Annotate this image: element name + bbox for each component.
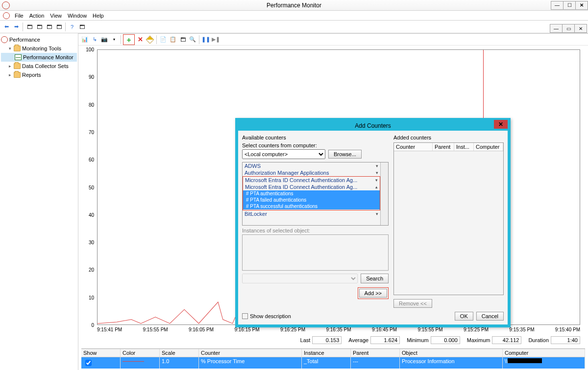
folder-icon [14, 63, 21, 69]
computer-select[interactable]: <Local computer> [242, 149, 325, 159]
tree-data-collector-sets[interactable]: ▸ Data Collector Sets [1, 62, 77, 70]
x-tick: 9:15:41 PM [97, 327, 122, 334]
tree-monitoring-tools[interactable]: ▾ Monitoring Tools [1, 44, 77, 53]
highlight-icon[interactable] [146, 35, 154, 44]
toolbar-icon-4[interactable]: 🗔 [54, 23, 63, 31]
col-scale[interactable]: Scale [160, 349, 199, 357]
added-col-counter[interactable]: Counter [394, 143, 433, 151]
toolbar-icon-5[interactable]: 🗔 [77, 23, 86, 31]
chevron-down-icon: ▾ [376, 170, 378, 175]
menu-view[interactable]: View [47, 12, 65, 20]
cat-entra-2[interactable]: Microsoft Entra ID Connect Authenticatio… [243, 184, 380, 190]
search-button[interactable]: Search [361, 274, 389, 283]
view-type-icon[interactable]: 📊 [80, 35, 89, 44]
forward-icon[interactable]: ➡ [12, 23, 21, 31]
menu-window[interactable]: Window [65, 12, 90, 20]
close-button[interactable]: ✕ [575, 1, 588, 10]
dropdown-icon[interactable]: ▾ [110, 35, 119, 44]
tree-performance-monitor[interactable]: Performance Monitor [1, 53, 77, 62]
nav-tree: Performance ▾ Monitoring Tools Performan… [0, 33, 78, 370]
counter-pta-success[interactable]: # PTA successful authentications [243, 203, 380, 209]
toolbar-icon-2[interactable]: 🗔 [35, 23, 44, 31]
legend-table: Show Color Scale Counter Instance Parent… [81, 348, 585, 368]
pause-icon[interactable]: ❚❚ [201, 35, 210, 44]
performance-icon [1, 36, 8, 43]
minimize-button[interactable]: — [551, 1, 564, 10]
menu-file[interactable]: File [12, 12, 26, 20]
add-button[interactable]: Add >> [359, 289, 387, 298]
titlebar: Performance Monitor — ☐ ✕ [0, 0, 588, 11]
counter-pta-auth[interactable]: # PTA authentications [243, 190, 380, 197]
added-counters-table[interactable]: Counter Parent Inst... Computer [393, 142, 504, 295]
tree-perfmon-label: Performance Monitor [23, 53, 74, 61]
select-from-label: Select counters from computer: [242, 142, 389, 148]
help-icon[interactable]: ? [68, 23, 76, 31]
cancel-button[interactable]: Cancel [476, 312, 504, 321]
expand-icon[interactable]: ▸ [8, 71, 12, 79]
y-tick: 60 [81, 157, 94, 162]
scrollbar[interactable] [380, 162, 388, 225]
pane-close-button[interactable]: ✕ [574, 24, 587, 33]
ok-button[interactable]: OK [455, 312, 473, 321]
counter-pta-failed[interactable]: # PTA failed authentications [243, 197, 380, 203]
pane-minimize-button[interactable]: — [550, 24, 563, 33]
add-counter-icon[interactable]: ＋ [124, 35, 133, 44]
show-checkbox[interactable] [85, 360, 92, 366]
instances-list[interactable] [242, 234, 389, 271]
zoom-icon[interactable]: 🔍 [188, 35, 197, 44]
toolbar-icon-3[interactable]: 🗔 [45, 23, 53, 31]
cat-adws[interactable]: ADWS▾ [243, 162, 380, 169]
maximize-button[interactable]: ☐ [563, 1, 576, 10]
dialog-titlebar[interactable]: Add Counters ✕ [238, 121, 508, 131]
last-label: Last [300, 337, 311, 343]
col-parent[interactable]: Parent [351, 349, 400, 357]
tree-reports[interactable]: ▸ Reports [1, 70, 77, 79]
col-counter[interactable]: Counter [199, 349, 302, 357]
add-counter-highlight: ＋ [123, 34, 135, 45]
added-col-computer[interactable]: Computer [474, 143, 503, 151]
col-show[interactable]: Show [81, 349, 121, 357]
copy-icon[interactable]: 📄 [159, 35, 168, 44]
expand-icon[interactable]: ▾ [8, 45, 12, 52]
col-computer[interactable]: Computer [503, 349, 585, 357]
x-tick: 9:15:40 PM [555, 327, 580, 334]
y-tick: 100 [81, 47, 94, 52]
cell-parent: --- [351, 357, 400, 369]
cat-entra-1[interactable]: Microsoft Entra ID Connect Authenticatio… [243, 177, 380, 184]
props-icon[interactable]: 🗔 [178, 35, 187, 44]
browse-button[interactable]: Browse... [328, 150, 362, 159]
legend-row[interactable]: 1.0 % Processor Time _Total --- Processo… [81, 357, 585, 369]
delete-counter-icon[interactable]: ✕ [136, 35, 145, 44]
paste-icon[interactable]: 📋 [169, 35, 177, 44]
y-axis: 100 90 80 70 60 50 40 30 20 10 0 [81, 49, 95, 325]
menu-action[interactable]: Action [26, 12, 48, 20]
added-col-parent[interactable]: Parent [433, 143, 454, 151]
pane-restore-button[interactable]: ▭ [562, 24, 575, 33]
instance-search-input[interactable] [242, 274, 358, 283]
menu-help[interactable]: Help [90, 12, 107, 20]
show-description-checkbox[interactable] [242, 313, 248, 319]
expand-icon[interactable]: ▸ [8, 62, 12, 70]
cat-bitlocker[interactable]: BitLocker▾ [243, 210, 380, 217]
camera-icon[interactable]: 📷 [100, 35, 109, 44]
back-icon[interactable]: ⬅ [2, 23, 11, 31]
folder-icon [14, 46, 21, 51]
cat-auth-manager[interactable]: Authorization Manager Applications▾ [243, 169, 380, 176]
tree-root[interactable]: Performance [1, 35, 77, 44]
col-instance[interactable]: Instance [302, 349, 351, 357]
y-tick: 20 [81, 267, 94, 273]
x-tick: 9:16:45 PM [372, 327, 397, 334]
dialog-close-button[interactable]: ✕ [494, 120, 508, 129]
added-col-inst[interactable]: Inst... [454, 143, 474, 151]
counter-list[interactable]: ADWS▾ Authorization Manager Applications… [242, 162, 389, 226]
arrow-icon[interactable]: ↳ [90, 35, 99, 44]
remove-button[interactable]: Remove << [393, 299, 432, 308]
add-button-highlight: Add >> [358, 287, 389, 299]
step-icon[interactable]: ▶❚ [211, 35, 220, 44]
toolbar-icon-1[interactable]: 🗔 [25, 23, 34, 31]
col-color[interactable]: Color [121, 349, 160, 357]
y-tick: 0 [81, 323, 94, 328]
col-object[interactable]: Object [400, 349, 503, 357]
min-label: Minimum [407, 337, 429, 343]
added-label: Added counters [393, 135, 504, 140]
